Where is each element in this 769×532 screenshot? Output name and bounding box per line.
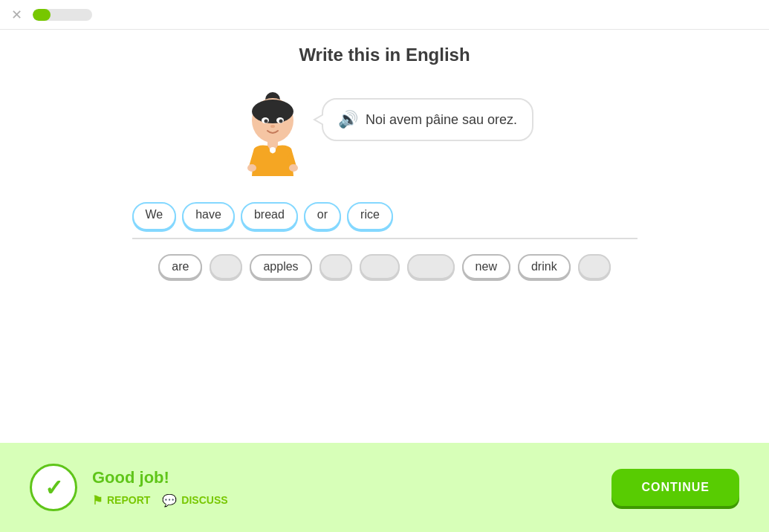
- report-label: REPORT: [107, 494, 150, 506]
- word-bank-drink[interactable]: drink: [518, 254, 571, 279]
- discuss-link[interactable]: 💬 DISCUSS: [162, 493, 227, 507]
- svg-point-9: [270, 147, 276, 153]
- top-bar: ✕: [0, 0, 769, 30]
- svg-point-6: [279, 120, 282, 123]
- svg-point-10: [247, 164, 256, 172]
- progress-bar-fill: [33, 9, 51, 21]
- success-bar: ✓ Good job! ⚑ REPORT 💬 DISCUSS CONTINUE: [0, 443, 769, 532]
- word-bank-are[interactable]: are: [158, 254, 202, 279]
- close-button[interactable]: ✕: [9, 7, 24, 22]
- speech-bubble[interactable]: 🔊 Noi avem pâine sau orez.: [322, 98, 533, 141]
- success-text-area: Good job! ⚑ REPORT 💬 DISCUSS: [92, 468, 597, 507]
- progress-bar-container: [33, 9, 92, 21]
- good-job-text: Good job!: [92, 468, 597, 487]
- word-bank-disabled-2: [319, 254, 352, 279]
- check-circle: ✓: [30, 464, 77, 511]
- word-bank-disabled-1: [210, 254, 242, 279]
- check-mark-icon: ✓: [45, 475, 63, 501]
- success-actions: ⚑ REPORT 💬 DISCUSS: [92, 493, 597, 507]
- instruction-title: Write this in English: [299, 45, 470, 65]
- main-content: Write this in English: [0, 30, 769, 443]
- report-link[interactable]: ⚑ REPORT: [92, 493, 150, 507]
- answer-word-we[interactable]: We: [132, 202, 177, 230]
- continue-button[interactable]: CONTINUE: [611, 469, 739, 506]
- word-bank-disabled-3: [360, 254, 400, 279]
- speaker-icon[interactable]: 🔊: [338, 110, 358, 129]
- character-row: 🔊 Noi avem pâine sau orez.: [236, 83, 533, 180]
- answer-word-have[interactable]: have: [182, 202, 235, 230]
- answer-word-rice[interactable]: rice: [347, 202, 393, 230]
- word-bank-new[interactable]: new: [462, 254, 510, 279]
- character: [236, 83, 310, 180]
- word-bank-disabled-5: [578, 254, 611, 279]
- svg-point-2: [252, 100, 293, 123]
- word-bank-apples[interactable]: apples: [250, 254, 311, 279]
- discuss-icon: 💬: [162, 493, 177, 507]
- answer-word-or[interactable]: or: [304, 202, 341, 230]
- word-bank-disabled-4: [407, 254, 455, 279]
- svg-point-11: [289, 164, 298, 172]
- svg-point-5: [264, 120, 267, 123]
- discuss-label: DISCUSS: [181, 494, 227, 506]
- word-bank: are apples new drink: [132, 254, 637, 279]
- answer-section: We have bread or rice: [132, 202, 637, 239]
- report-icon: ⚑: [92, 493, 103, 507]
- svg-point-7: [270, 125, 275, 128]
- answer-word-bread[interactable]: bread: [241, 202, 298, 230]
- speech-text: Noi avem pâine sau orez.: [366, 112, 517, 128]
